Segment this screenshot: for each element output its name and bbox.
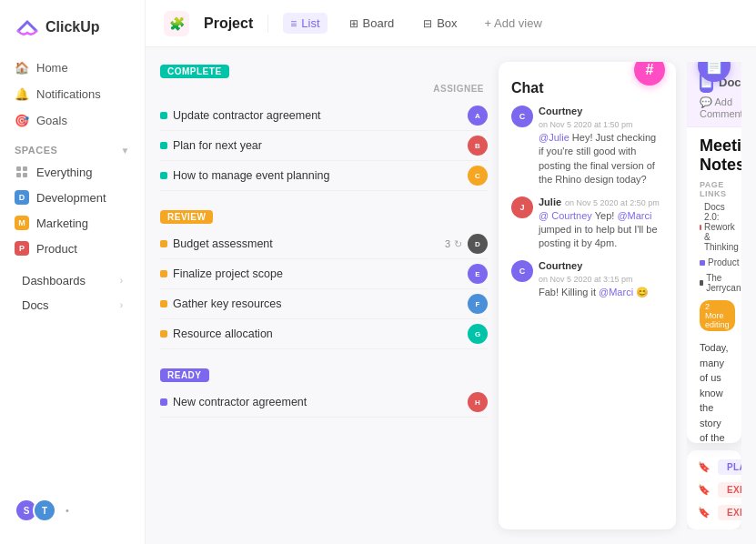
chat-time: on Nov 5 2020 at 2:50 pm — [565, 198, 660, 207]
task-dot — [160, 172, 167, 179]
sidebar-item-product[interactable]: P Product — [7, 236, 137, 261]
doc-meeting-title: Meeting Notes — [700, 136, 729, 175]
logo-icon — [15, 15, 40, 40]
task-row[interactable]: Finalize project scope E — [160, 259, 488, 289]
chat-header-row: Courtney on Nov 5 2020 at 3:15 pm — [539, 260, 663, 284]
chevron-right-icon: › — [120, 276, 123, 286]
add-comment-button[interactable]: 💬 Add Comment — [700, 96, 741, 119]
right-panel: 📄 📄 Docs 💬 Add Comment Settings Meeting — [687, 62, 741, 529]
doc-link-chip[interactable]: Product — [700, 257, 739, 267]
sidebar-nav: 🏠 Home 🔔 Notifications 🎯 Goals — [0, 55, 145, 134]
sidebar-item-home-label: Home — [36, 61, 68, 75]
tab-box-label: Box — [437, 16, 457, 30]
task-row[interactable]: Budget assessment 3 ↻ D — [160, 229, 488, 259]
doc-link-chip[interactable]: Docs 2.0: Rework & Thinking — [700, 202, 741, 252]
tag-chip-execution-1[interactable]: EXECUTION — [718, 482, 741, 498]
tag-chip-execution-2[interactable]: EXECUTION — [718, 505, 741, 520]
task-name: Plan for next year — [173, 139, 462, 152]
doc-link-chip[interactable]: The Jerrycan — [700, 273, 741, 293]
badge-complete: COMPLETE — [160, 65, 229, 78]
tab-list[interactable]: ≡ List — [283, 13, 327, 34]
bookmark-icon-1: 🔖 — [698, 461, 711, 473]
main-content: 🧩 Project ≡ List ⊞ Board ⊟ Box + Add vie… — [146, 0, 756, 544]
sidebar-item-everything[interactable]: Everything — [7, 159, 137, 185]
chip-dot — [700, 225, 701, 230]
task-meta: 3 ↻ — [445, 238, 462, 250]
chat-sender: Julie — [539, 196, 561, 207]
sidebar-item-marketing[interactable]: M Marketing — [7, 210, 137, 236]
doc-page-links: Docs 2.0: Rework & Thinking Product The … — [700, 202, 729, 293]
doc-text: Today, many of us know the story of the … — [700, 340, 729, 443]
more-editing-badge: 2 More editing — [700, 300, 735, 331]
sidebar-item-development[interactable]: D Development — [7, 185, 137, 210]
task-row[interactable]: Gather key resources F — [160, 289, 488, 319]
avatar-2: T — [33, 499, 56, 522]
tab-box[interactable]: ⊟ Box — [416, 13, 464, 34]
product-label: Product — [36, 242, 77, 256]
assignee-header: ASSIGNEE — [433, 84, 488, 97]
assignee-avatar: D — [468, 234, 488, 254]
assignee-avatar: H — [468, 392, 488, 412]
task-row[interactable]: New contractor agreement H — [160, 388, 488, 418]
tab-board[interactable]: ⊞ Board — [342, 13, 402, 34]
list-icon: ≡ — [290, 17, 297, 30]
chat-message-1: C Courtney on Nov 5 2020 at 1:50 pm @Jul… — [511, 106, 663, 187]
logo: ClickUp — [0, 11, 145, 55]
badge-review: REVIEW — [160, 210, 213, 224]
comment-icon: 💬 — [700, 96, 712, 107]
bookmark-icon-3: 🔖 — [698, 507, 711, 519]
sidebar-item-goals-label: Goals — [36, 114, 67, 127]
page-title: Project — [204, 15, 253, 32]
assignee-avatar: F — [468, 294, 488, 314]
task-row[interactable]: Resource allocation G — [160, 319, 488, 349]
assignee-avatar: G — [468, 324, 488, 344]
task-row[interactable]: Update contractor agreement A — [160, 101, 488, 131]
task-name: Update contractor agreement — [173, 109, 462, 122]
sidebar-item-dashboards[interactable]: Dashboards › — [7, 268, 137, 293]
sidebar-item-goals[interactable]: 🎯 Goals — [7, 107, 137, 134]
marketing-dot: M — [15, 216, 29, 230]
sidebar-item-docs[interactable]: Docs › — [7, 293, 137, 317]
chat-body-1: Courtney on Nov 5 2020 at 1:50 pm @Julie… — [539, 106, 663, 187]
section-complete: COMPLETE ASSIGNEE Update contractor agre… — [160, 62, 488, 191]
chat-avatar-courtney-2: C — [511, 260, 533, 282]
task-dot — [160, 330, 167, 337]
task-name: New contractor agreement — [173, 396, 462, 408]
chat-text: @ Courtney Yep! @Marci jumped in to help… — [539, 209, 663, 251]
assignee-avatar: B — [468, 136, 488, 156]
task-row[interactable]: How to manage event planning C — [160, 161, 488, 191]
svg-rect-3 — [23, 173, 27, 177]
section-ready: READY New contractor agreement H — [160, 366, 488, 418]
home-icon: 🏠 — [15, 61, 29, 75]
tag-row: 🔖 EXECUTION 💬 — [698, 482, 731, 498]
chat-body-2: Julie on Nov 5 2020 at 2:50 pm @ Courtne… — [539, 196, 663, 251]
bell-icon: 🔔 — [15, 87, 29, 101]
task-name: Resource allocation — [173, 327, 462, 340]
add-view-button[interactable]: + Add view — [479, 13, 548, 34]
task-name: Finalize project scope — [173, 267, 462, 280]
assignee-avatar: C — [468, 166, 488, 186]
tab-board-label: Board — [363, 16, 395, 30]
section-review: REVIEW Budget assessment 3 ↻ D Finalize … — [160, 207, 488, 349]
svg-rect-0 — [16, 166, 21, 171]
sidebar-item-notifications[interactable]: 🔔 Notifications — [7, 81, 137, 107]
hashtag-icon: # — [646, 62, 654, 78]
task-dot — [160, 142, 167, 149]
task-row[interactable]: Plan for next year B — [160, 131, 488, 161]
chip-dot — [700, 260, 705, 266]
page-header: 🧩 Project ≡ List ⊞ Board ⊟ Box + Add vie… — [146, 0, 756, 47]
task-dot — [160, 398, 167, 406]
task-dot — [160, 300, 167, 307]
development-label: Development — [36, 191, 106, 205]
docs-actions: 💬 Add Comment Settings — [700, 96, 729, 119]
chevron-right-icon-2: › — [120, 300, 123, 310]
link-label: The Jerrycan — [706, 273, 741, 293]
spaces-list: Everything D Development M Marketing P P… — [0, 159, 145, 261]
sidebar-item-home[interactable]: 🏠 Home — [7, 55, 137, 81]
refresh-icon[interactable]: ↻ — [454, 238, 462, 250]
box-icon: ⊟ — [423, 17, 432, 30]
assignee-avatar: E — [468, 264, 488, 284]
grid-icon — [15, 165, 29, 179]
tag-chip-planning[interactable]: PLANNING — [718, 459, 741, 475]
app-name: ClickUp — [45, 19, 100, 35]
